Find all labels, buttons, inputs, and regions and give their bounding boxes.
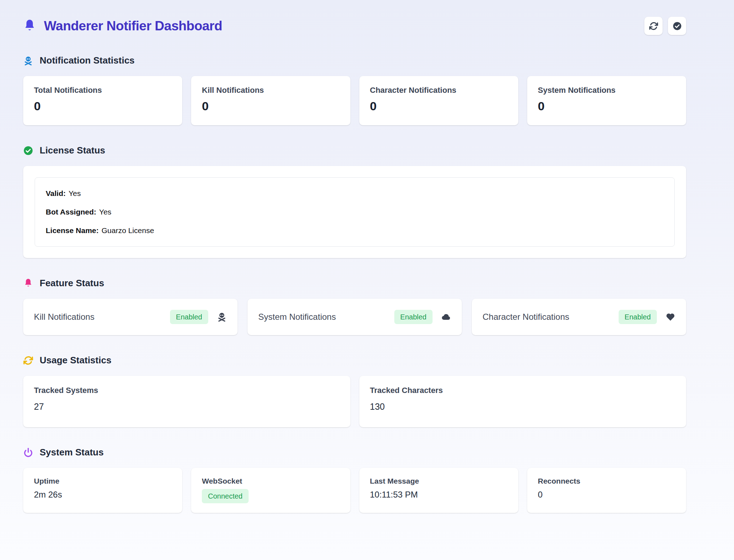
field-value: Guarzo License [101,226,154,234]
stat-card-kill-notifications: Kill Notifications 0 [191,76,350,125]
feature-card-system-notifications: System Notifications Enabled [248,299,462,335]
section-title: System Status [40,447,104,458]
stats-grid: Total Notifications 0 Kill Notifications… [23,76,686,125]
status-value: 0 [538,490,675,500]
stat-label: Character Notifications [370,86,508,95]
bell-icon [23,19,36,33]
section-license-status: License Status Valid:Yes Bot Assigned:Ye… [23,145,686,258]
stat-card-system-notifications: System Notifications 0 [527,76,686,125]
refresh-button[interactable] [644,17,663,35]
usage-label: Tracked Systems [34,386,340,395]
license-details: Valid:Yes Bot Assigned:Yes License Name:… [35,177,675,247]
section-system-status: System Status Uptime 2m 26s WebSocket Co… [23,447,686,513]
section-title: Usage Statistics [40,355,111,366]
status-badge: Enabled [619,310,657,324]
sync-icon [23,355,33,365]
usage-card-tracked-characters: Tracked Characters 130 [359,376,686,427]
section-heading: Feature Status [23,278,686,289]
status-card-uptime: Uptime 2m 26s [23,468,182,513]
section-title: Feature Status [40,278,104,289]
section-title: Notification Statistics [40,55,135,66]
stat-value: 0 [34,99,171,113]
stat-value: 0 [370,99,508,113]
usage-value: 27 [34,402,340,412]
stat-value: 0 [538,99,675,113]
status-card-reconnects: Reconnects 0 [527,468,686,513]
status-label: Reconnects [538,477,675,485]
bell-icon [23,278,33,288]
system-status-grid: Uptime 2m 26s WebSocket Connected Last M… [23,468,686,513]
status-badge-wrap: Connected [202,489,339,503]
verify-button[interactable] [668,17,686,35]
license-card: Valid:Yes Bot Assigned:Yes License Name:… [23,166,686,258]
header: Wanderer Notifier Dashboard [23,17,686,35]
section-heading: Notification Statistics [23,55,686,66]
status-label: WebSocket [202,477,339,485]
license-field-license-name: License Name:Guarzo License [46,226,664,235]
skull-crossbones-icon [217,312,227,322]
field-value: Yes [99,208,111,216]
section-heading: System Status [23,447,686,458]
usage-label: Tracked Characters [370,386,676,395]
status-badge: Enabled [394,310,433,324]
stat-label: Total Notifications [34,86,171,95]
check-circle-icon [23,146,33,156]
stat-value: 0 [202,99,339,113]
section-usage-statistics: Usage Statistics Tracked Systems 27 Trac… [23,355,686,427]
status-badge: Enabled [170,310,208,324]
section-heading: Usage Statistics [23,355,686,366]
usage-value: 130 [370,402,676,412]
dashboard-page: Wanderer Notifier Dashboard [0,0,734,554]
status-value: 10:11:53 PM [370,490,508,500]
status-card-websocket: WebSocket Connected [191,468,350,513]
features-grid: Kill Notifications Enabled System Notifi… [23,299,686,335]
skull-crossbones-icon [23,56,33,66]
field-label: Valid: [46,189,66,197]
heart-icon [665,312,675,322]
power-icon [23,448,33,458]
field-value: Yes [69,189,81,197]
status-label: Last Message [370,477,508,485]
stat-label: System Notifications [538,86,675,95]
feature-label: Character Notifications [483,312,569,322]
section-title: License Status [40,145,105,156]
status-label: Uptime [34,477,171,485]
page-title: Wanderer Notifier Dashboard [44,19,222,34]
refresh-icon [649,21,658,31]
feature-card-character-notifications: Character Notifications Enabled [472,299,686,335]
section-heading: License Status [23,145,686,156]
feature-card-kill-notifications: Kill Notifications Enabled [23,299,238,335]
field-label: Bot Assigned: [46,208,96,216]
license-field-valid: Valid:Yes [46,189,664,198]
header-title-group: Wanderer Notifier Dashboard [23,19,222,34]
stat-card-character-notifications: Character Notifications 0 [359,76,518,125]
status-card-last-message: Last Message 10:11:53 PM [359,468,518,513]
header-actions [644,17,686,35]
connection-status-badge: Connected [202,489,249,503]
usage-grid: Tracked Systems 27 Tracked Characters 13… [23,376,686,427]
field-label: License Name: [46,226,99,234]
section-feature-status: Feature Status Kill Notifications Enable… [23,278,686,335]
license-field-bot-assigned: Bot Assigned:Yes [46,208,664,216]
cloud-icon [441,312,451,322]
stat-label: Kill Notifications [202,86,339,95]
feature-label: Kill Notifications [34,312,94,322]
stat-card-total-notifications: Total Notifications 0 [23,76,182,125]
status-value: 2m 26s [34,490,171,500]
feature-label: System Notifications [258,312,336,322]
section-notification-statistics: Notification Statistics Total Notificati… [23,55,686,125]
usage-card-tracked-systems: Tracked Systems 27 [23,376,350,427]
check-circle-icon [673,21,682,31]
